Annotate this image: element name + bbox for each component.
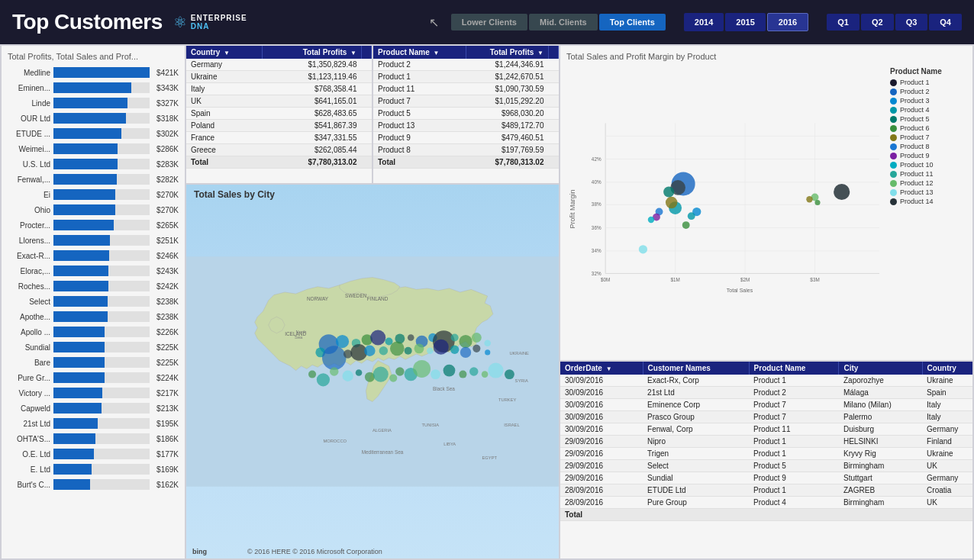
legend-dot [890, 143, 897, 150]
bar-fill [53, 159, 118, 169]
profits-cell: $968,030.20 [466, 108, 548, 120]
product-name-cell: Product 2 [373, 59, 466, 71]
city-cell: Zaporozhye [839, 375, 922, 387]
profits-cell: $641,165.01 [262, 95, 361, 108]
country-table-scroll[interactable]: Country ▼ Total Profits ▼ Germany$1,350,… [186, 46, 372, 183]
scatter-dot-product4 [688, 212, 695, 220]
profits-cell: $1,090,730.59 [466, 83, 548, 95]
bubble-40 [308, 371, 316, 378]
year-2016-btn[interactable]: 2016 [767, 13, 808, 31]
bar-value: $225K [150, 343, 179, 352]
bar-row: Pure Gr... $224K [8, 371, 179, 385]
legend-item: Product 14 [890, 198, 963, 205]
bar-row: Apollo ... $226K [8, 325, 179, 339]
q3-btn[interactable]: Q3 [895, 14, 928, 31]
scatter-dot-extra2 [815, 200, 821, 205]
bar-row: Procter... $265K [8, 218, 179, 232]
label-turkey: TURKEY [498, 397, 516, 402]
bubble-22 [414, 343, 424, 353]
bar-row: Eminen... $343K [8, 81, 179, 95]
bubble-35 [459, 371, 466, 378]
year-2015-btn[interactable]: 2015 [725, 13, 765, 31]
cursor-icon: ↖ [429, 15, 439, 30]
total-label: Total [186, 156, 262, 169]
bar-value: $318K [150, 114, 179, 123]
city-cell: Stuttgart [839, 472, 922, 484]
bar-value: $421K [150, 69, 179, 77]
product-cell: Product 1 [749, 448, 839, 460]
bar-value: $169K [150, 465, 179, 474]
bar-fill [53, 403, 102, 414]
q1-btn[interactable]: Q1 [827, 14, 860, 31]
table-row: 30/09/2016 Exact-Rx, Corp Product 1 Zapo… [560, 375, 972, 387]
year-2014-btn[interactable]: 2014 [684, 13, 724, 31]
bubble-14 [484, 340, 491, 346]
mid-clients-btn[interactable]: Mid. Clients [529, 14, 598, 31]
legend-item: Product 3 [890, 97, 963, 105]
bubble-23 [427, 347, 434, 354]
order-table-panel: OrderDate ▼ Customer Names Product Name … [560, 362, 972, 558]
bar-label: Sundial [8, 343, 53, 352]
bar-row: Linde $327K [8, 96, 179, 110]
bubble-32 [413, 360, 431, 378]
country-table-panel: Country ▼ Total Profits ▼ Germany$1,350,… [186, 46, 372, 183]
city-header: City [839, 362, 922, 375]
country-cell: Finland [922, 436, 972, 448]
bar-row: O.E. Ltd $177K [8, 447, 179, 461]
date-cell: 30/09/2016 [560, 423, 643, 436]
q2-btn[interactable]: Q2 [861, 14, 894, 31]
bar-container [53, 98, 150, 108]
profits-col-header: Total Profits ▼ [262, 46, 361, 59]
logo-text-group: ENTERPRISE DNA [191, 14, 247, 31]
bar-container [53, 357, 150, 368]
product-name-cell: Product 13 [373, 120, 466, 132]
bar-value: $217K [150, 389, 179, 397]
product-table-scroll[interactable]: Product Name ▼ Total Profits ▼ Product 2… [373, 46, 559, 183]
date-cell: 30/09/2016 [560, 375, 643, 387]
city-cell: Kryvy Rig [839, 448, 922, 460]
svg-text:40%: 40% [592, 179, 601, 185]
legend-dot [890, 98, 897, 105]
city-cell: Duisburg [839, 423, 922, 436]
map-title: Total Sales by City [194, 189, 275, 200]
bar-value: $195K [150, 420, 179, 428]
country-table: Country ▼ Total Profits ▼ Germany$1,350,… [186, 46, 372, 169]
bar-container [53, 418, 150, 429]
customer-cell: 21st Ltd [643, 387, 749, 399]
bar-container [53, 342, 150, 352]
bar-fill [53, 82, 131, 93]
country-cell: Germany [922, 472, 972, 484]
city-cell: Birmingham [839, 460, 922, 472]
bar-fill [53, 372, 105, 383]
bar-value: $238K [150, 298, 179, 306]
bar-value: $238K [150, 313, 179, 321]
label-sweden: SWEDEN [345, 293, 367, 298]
customer-cell: Fenwal, Corp [643, 423, 749, 436]
legend-label: Product 10 [900, 161, 934, 169]
product-name-cell: Product 8 [373, 144, 466, 156]
label-blacksea: Black Sea [433, 386, 455, 391]
bar-fill [53, 174, 117, 185]
bubble-33 [431, 369, 440, 379]
bar-label: Apothe... [8, 313, 53, 321]
table-row: 30/09/2016 Eminence Corp Product 7 Milan… [560, 399, 972, 411]
bar-container [53, 143, 150, 154]
date-cell: 28/09/2016 [560, 484, 643, 497]
svg-text:42%: 42% [592, 156, 601, 162]
right-panel: Total Sales and Profit Margin by Product… [560, 46, 972, 558]
bar-container [53, 266, 150, 276]
product-table-panel: Product Name ▼ Total Profits ▼ Product 2… [373, 46, 559, 183]
bar-fill [53, 189, 115, 200]
q4-btn[interactable]: Q4 [929, 14, 962, 31]
order-table-scroll[interactable]: OrderDate ▼ Customer Names Product Name … [560, 362, 972, 558]
legend-label: Product 9 [900, 152, 930, 159]
bar-fill [53, 433, 95, 444]
lower-clients-btn[interactable]: Lower Clients [451, 14, 527, 31]
svg-text:Total Sales: Total Sales [727, 288, 753, 293]
product-name-cell: Product 1 [373, 71, 466, 83]
bar-row: Llorens... $251K [8, 233, 179, 247]
bar-label: Bare [8, 359, 53, 367]
top-clients-btn[interactable]: Top Clients [599, 14, 666, 31]
table-row: Product 8$197,769.59 [373, 144, 559, 156]
legend-label: Product 2 [900, 88, 930, 95]
